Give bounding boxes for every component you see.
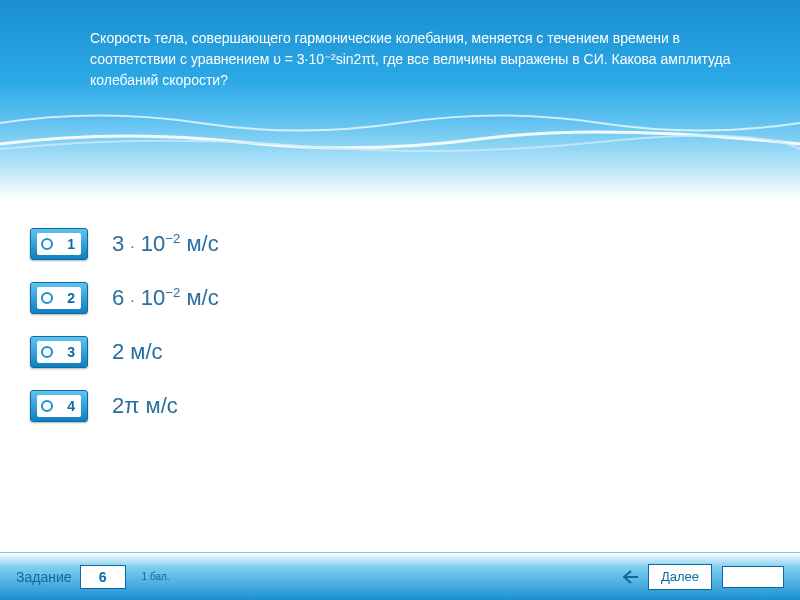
option-row: 2 6 · 10−2 м/с: [30, 282, 770, 314]
option-button-3[interactable]: 3: [30, 336, 88, 368]
option-text: 6 · 10−2 м/с: [112, 285, 219, 311]
task-label: Задание: [16, 569, 72, 585]
option-button-1[interactable]: 1: [30, 228, 88, 260]
task-number-box: 6: [80, 565, 126, 589]
radio-icon: [41, 292, 53, 304]
option-number: 3: [67, 344, 75, 360]
back-arrow-icon[interactable]: [620, 566, 642, 588]
option-button-2[interactable]: 2: [30, 282, 88, 314]
question-header: Скорость тела, совершающего гармонически…: [0, 0, 800, 200]
option-number: 2: [67, 290, 75, 306]
option-text: 3 · 10−2 м/с: [112, 231, 219, 257]
points-label: 1 бал.: [142, 571, 170, 582]
radio-icon: [41, 238, 53, 250]
option-row: 3 2 м/с: [30, 336, 770, 368]
option-text: 2 м/с: [112, 339, 163, 365]
next-button[interactable]: Далее: [648, 564, 712, 590]
option-row: 4 2π м/с: [30, 390, 770, 422]
question-text: Скорость тела, совершающего гармонически…: [90, 28, 770, 91]
radio-icon: [41, 346, 53, 358]
score-box: [722, 566, 784, 588]
options-container: 1 3 · 10−2 м/с 2 6 · 10−2 м/с 3 2 м/с 4: [30, 228, 770, 444]
option-number: 4: [67, 398, 75, 414]
option-button-4[interactable]: 4: [30, 390, 88, 422]
decorative-wave: [0, 124, 800, 158]
option-text: 2π м/с: [112, 393, 178, 419]
radio-icon: [41, 400, 53, 412]
footer-bar: Задание 6 1 бал. Далее: [0, 552, 800, 600]
option-number: 1: [67, 236, 75, 252]
option-row: 1 3 · 10−2 м/с: [30, 228, 770, 260]
